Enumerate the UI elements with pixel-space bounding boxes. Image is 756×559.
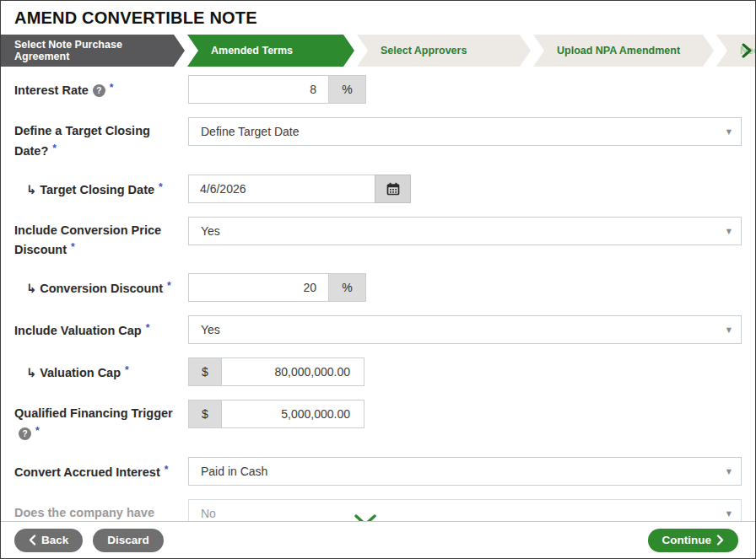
- field-row-convert-accrued-interest: Convert Accrued Interest* Paid in Cash ▼: [14, 457, 742, 486]
- step-amended-terms[interactable]: Amended Terms: [187, 35, 354, 67]
- qualified-financing-trigger-input[interactable]: [221, 400, 364, 428]
- chevron-down-icon: ▼: [726, 128, 732, 136]
- selected-value: No: [201, 507, 216, 520]
- field-label: Convert Accrued Interest*: [14, 457, 188, 482]
- calendar-picker-button[interactable]: [375, 175, 411, 203]
- chevron-down-icon: ▼: [726, 227, 732, 234]
- calendar-icon: [386, 182, 400, 196]
- percent-suffix: %: [328, 273, 366, 302]
- chevron-right-icon: [716, 535, 724, 546]
- step-label: Upload NPA Amendment: [557, 45, 680, 56]
- sub-item-arrow-icon: ↳: [26, 183, 36, 196]
- convert-accrued-interest-select[interactable]: Paid in Cash ▼: [188, 457, 742, 486]
- selected-value: Yes: [201, 323, 220, 336]
- back-button-label: Back: [41, 534, 68, 546]
- required-marker: *: [52, 142, 57, 154]
- selected-value: Yes: [201, 224, 220, 238]
- field-label: Include Valuation Cap*: [14, 315, 188, 341]
- dollar-prefix: $: [188, 400, 222, 428]
- step-need-to[interactable]: Need to: [716, 35, 755, 67]
- target-closing-date-input[interactable]: [188, 175, 375, 203]
- required-marker: *: [110, 82, 114, 94]
- back-button[interactable]: Back: [14, 529, 83, 552]
- field-label: Interest Rate?*: [14, 75, 188, 100]
- valuation-cap-input[interactable]: [221, 357, 364, 386]
- page-title: AMEND CONVERTIBLE NOTE: [14, 8, 742, 28]
- amend-convertible-note-window: AMEND CONVERTIBLE NOTE Select Note Purch…: [0, 0, 756, 559]
- sub-item-arrow-icon: ↳: [26, 366, 36, 379]
- chevron-down-icon: ▼: [726, 509, 732, 517]
- other-outstanding-debt-select[interactable]: No ▼: [188, 499, 742, 524]
- continue-button[interactable]: Continue: [648, 529, 739, 552]
- field-row-conversion-discount: ↳Conversion Discount* %: [14, 273, 742, 302]
- more-steps-chevron-right-icon[interactable]: [741, 42, 754, 59]
- include-conversion-price-discount-select[interactable]: Yes ▼: [188, 217, 742, 245]
- step-select-note-purchase-agreement[interactable]: Select Note Purchase Agreement: [1, 35, 185, 67]
- field-row-target-closing-date: ↳Target Closing Date*: [14, 175, 742, 203]
- field-row-include-conversion-price-discount: Include Conversion Price Discount* Yes ▼: [14, 217, 742, 261]
- header: AMEND CONVERTIBLE NOTE: [1, 1, 755, 35]
- required-marker: *: [125, 364, 129, 376]
- field-label: Qualified Financing Trigger?*: [14, 400, 188, 443]
- define-target-date-select[interactable]: Define Target Date ▼: [188, 117, 742, 146]
- step-label: Select Approvers: [381, 45, 467, 56]
- continue-button-label: Continue: [662, 534, 712, 546]
- field-label: Include Conversion Price Discount*: [14, 217, 188, 261]
- field-row-other-outstanding-debt: Does the company have other outstanding …: [14, 499, 742, 524]
- step-select-approvers[interactable]: Select Approvers: [357, 35, 531, 67]
- include-valuation-cap-select[interactable]: Yes ▼: [188, 315, 742, 344]
- wizard-steps: Select Note Purchase Agreement Amended T…: [1, 35, 755, 67]
- field-row-interest-rate: Interest Rate?* %: [14, 75, 742, 104]
- required-marker: *: [71, 241, 75, 253]
- chevron-down-icon: ▼: [726, 326, 732, 334]
- step-label: Amended Terms: [211, 45, 293, 56]
- dollar-prefix: $: [188, 357, 222, 386]
- required-marker: *: [159, 181, 163, 193]
- conversion-discount-input[interactable]: [188, 273, 329, 302]
- required-marker: *: [146, 322, 150, 334]
- field-label: ↳Target Closing Date*: [14, 175, 188, 200]
- field-row-qualified-financing-trigger: Qualified Financing Trigger?* $: [14, 400, 742, 443]
- discard-button-label: Discard: [107, 534, 149, 546]
- discard-button[interactable]: Discard: [93, 529, 164, 552]
- required-marker: *: [35, 425, 40, 437]
- field-row-valuation-cap: ↳Valuation Cap* $: [14, 357, 742, 386]
- field-row-define-target-closing-date: Define a Target Closing Date?* Define Ta…: [14, 117, 742, 161]
- selected-value: Paid in Cash: [201, 465, 267, 478]
- chevron-left-icon: [29, 535, 36, 546]
- field-label: ↳Valuation Cap*: [14, 357, 188, 383]
- help-icon[interactable]: ?: [93, 84, 105, 97]
- required-marker: *: [165, 464, 169, 476]
- field-label: ↳Conversion Discount*: [14, 273, 188, 298]
- field-label: Define a Target Closing Date?*: [14, 117, 188, 161]
- selected-value: Define Target Date: [201, 125, 299, 138]
- step-upload-npa-amendment[interactable]: Upload NPA Amendment: [533, 35, 714, 67]
- field-label: Does the company have other outstanding …: [14, 499, 188, 524]
- footer-action-bar: Back Discard Continue: [1, 521, 755, 558]
- percent-suffix: %: [328, 75, 366, 104]
- step-label: Select Note Purchase Agreement: [14, 39, 170, 63]
- field-row-include-valuation-cap: Include Valuation Cap* Yes ▼: [14, 315, 742, 344]
- required-marker: *: [167, 280, 171, 292]
- chevron-down-icon: ▼: [726, 467, 732, 475]
- help-icon[interactable]: ?: [19, 427, 31, 440]
- sub-item-arrow-icon: ↳: [26, 282, 36, 295]
- interest-rate-input[interactable]: [188, 75, 329, 104]
- amended-terms-form: Interest Rate?* % Define a Target Closin…: [1, 67, 755, 523]
